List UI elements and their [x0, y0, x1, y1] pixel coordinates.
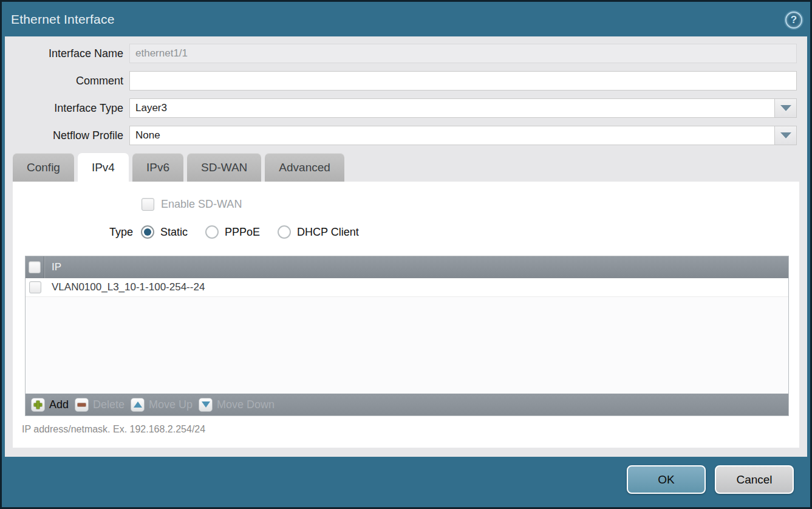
tab-config[interactable]: Config [13, 153, 74, 182]
tab-ipv6[interactable]: IPv6 [132, 153, 183, 182]
enable-sdwan-checkbox [142, 198, 154, 211]
form-row-netflow-profile: Netflow Profile None [5, 126, 807, 145]
static-radio[interactable] [141, 225, 154, 239]
plus-icon [31, 398, 45, 412]
netflow-profile-label: Netflow Profile [5, 129, 129, 142]
ip-row-value[interactable]: VLAN0100_L3_10-1-100-254--24 [44, 281, 205, 293]
tab-sdwan[interactable]: SD-WAN [187, 153, 261, 182]
ip-column-header[interactable]: IP [44, 261, 61, 273]
move-up-button-label: Move Up [149, 398, 193, 411]
form-row-comment: Comment [5, 71, 807, 91]
help-icon[interactable]: ? [785, 12, 802, 29]
interface-name-input [129, 44, 797, 63]
dialog-footer: OK Cancel [2, 457, 810, 507]
dhcp-client-radio[interactable] [278, 225, 291, 239]
ipv4-tab-panel: Enable SD-WAN Type Static PPPoE DHCP Cli… [13, 182, 799, 448]
radio-option-dhcp-client: DHCP Client [278, 225, 359, 239]
radio-option-pppoe: PPPoE [205, 225, 260, 239]
ip-format-hint: IP address/netmask. Ex. 192.168.2.254/24 [22, 424, 799, 435]
enable-sdwan-row: Enable SD-WAN [142, 198, 799, 211]
table-toolbar: Add Delete Move Up Move Down [26, 394, 788, 415]
form-row-interface-type: Interface Type Layer3 [5, 98, 807, 118]
chevron-down-icon [780, 132, 791, 138]
ok-button[interactable]: OK [627, 465, 706, 494]
dialog-body: Interface Name Comment Interface Type La… [5, 36, 807, 457]
select-all-checkbox[interactable] [29, 261, 41, 273]
arrow-down-icon [199, 398, 213, 412]
add-button-label: Add [49, 398, 69, 411]
delete-button-label: Delete [93, 398, 125, 411]
add-button[interactable]: Add [31, 398, 69, 412]
help-glyph: ? [791, 14, 797, 26]
dialog-titlebar: Ethernet Interface ? [2, 2, 810, 36]
type-label: Type [109, 226, 133, 239]
form-row-interface-name: Interface Name [5, 44, 807, 63]
pppoe-radio[interactable] [205, 225, 219, 239]
netflow-profile-dropdown-button[interactable] [774, 126, 797, 145]
row-checkbox[interactable] [29, 281, 41, 293]
ip-table-header: IP [26, 256, 788, 278]
comment-input[interactable] [129, 71, 797, 91]
comment-label: Comment [5, 75, 129, 87]
move-up-button: Move Up [131, 398, 193, 412]
netflow-profile-select[interactable]: None [129, 126, 774, 145]
interface-type-dropdown-button[interactable] [774, 98, 797, 118]
cancel-button[interactable]: Cancel [715, 465, 794, 494]
tab-ipv4[interactable]: IPv4 [78, 153, 129, 182]
interface-type-select[interactable]: Layer3 [129, 98, 774, 118]
move-down-button: Move Down [199, 398, 275, 412]
dhcp-client-radio-label: DHCP Client [297, 226, 359, 239]
move-down-button-label: Move Down [217, 398, 275, 411]
type-radio-group: Type Static PPPoE DHCP Client [109, 225, 799, 239]
delete-button: Delete [75, 398, 125, 412]
static-radio-label: Static [160, 226, 188, 239]
tab-advanced[interactable]: Advanced [265, 153, 344, 182]
arrow-up-icon [131, 398, 145, 412]
ethernet-interface-dialog: Ethernet Interface ? Interface Name Comm… [0, 0, 812, 509]
pppoe-radio-label: PPPoE [225, 226, 260, 239]
table-row: VLAN0100_L3_10-1-100-254--24 [26, 278, 788, 297]
dialog-title: Ethernet Interface [11, 12, 115, 27]
chevron-down-icon [780, 105, 791, 111]
minus-icon [75, 398, 89, 412]
table-empty-area [26, 297, 788, 394]
radio-option-static: Static [141, 225, 188, 239]
interface-name-label: Interface Name [5, 47, 129, 60]
enable-sdwan-label: Enable SD-WAN [161, 198, 242, 211]
tab-bar: Config IPv4 IPv6 SD-WAN Advanced [5, 153, 807, 182]
ip-table: IP VLAN0100_L3_10-1-100-254--24 Add [25, 256, 789, 416]
interface-type-label: Interface Type [5, 102, 129, 115]
